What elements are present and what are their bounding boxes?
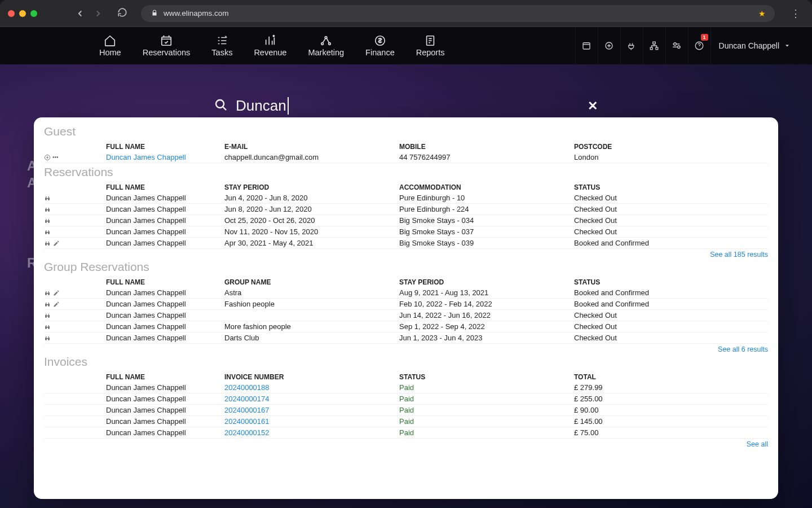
row-actions[interactable] (44, 194, 106, 202)
nav-revenue[interactable]: Revenue (250, 27, 290, 64)
svg-rect-11 (656, 47, 658, 50)
group-headers: FULL NAME GROUP NAME STAY PERIOD STATUS (44, 277, 768, 287)
nav-reservations[interactable]: Reservations (139, 27, 194, 64)
results-panel: Guest FULL NAME E-MAIL MOBILE POSTCODE •… (34, 117, 778, 499)
reservation-row[interactable]: Duncan James ChappellJun 4, 2020 - Jun 8… (44, 192, 768, 204)
invoices-headers: FULL NAME INVOICE NUMBER STATUS TOTAL (44, 371, 768, 382)
nav-marketing[interactable]: Marketing (304, 27, 347, 64)
group-row[interactable]: Duncan James ChappellDarts ClubJun 1, 20… (44, 332, 768, 344)
url-text: www.elinapms.com (164, 9, 229, 17)
back-button[interactable] (73, 7, 87, 20)
svg-rect-9 (653, 42, 656, 44)
home-icon (104, 34, 116, 47)
browser-chrome: www.elinapms.com ★ ⋮ (0, 0, 812, 27)
settings-icon-button[interactable] (665, 27, 688, 64)
search-row: Duncan ✕ (214, 97, 598, 115)
reservation-row[interactable]: Duncan James ChappellNov 11, 2020 - Nov … (44, 226, 768, 238)
guest-title: Guest (44, 125, 768, 138)
browser-menu-icon[interactable]: ⋮ (787, 7, 804, 20)
see-all-invoices[interactable]: See all (44, 439, 768, 449)
nav-home[interactable]: Home (96, 27, 125, 64)
invoice-row[interactable]: Duncan James Chappell20240000174Paid£ 25… (44, 393, 768, 405)
row-actions[interactable] (44, 322, 106, 331)
revenue-icon (264, 34, 276, 47)
svg-point-12 (674, 43, 677, 46)
svg-rect-7 (583, 43, 590, 49)
plug-icon-button[interactable] (620, 27, 643, 64)
row-actions[interactable] (44, 216, 106, 225)
user-menu[interactable]: Duncan Chappell (710, 27, 801, 64)
group-row[interactable]: Duncan James ChappellJun 14, 2022 - Jun … (44, 310, 768, 321)
svg-point-15 (216, 100, 224, 108)
row-actions[interactable] (44, 334, 106, 342)
marketing-icon (320, 34, 332, 47)
reload-button[interactable] (117, 7, 127, 20)
lock-icon (151, 10, 158, 17)
search-icon (214, 98, 228, 114)
svg-point-1 (273, 36, 275, 37)
svg-rect-10 (650, 47, 652, 50)
guest-headers: FULL NAME E-MAIL MOBILE POSTCODE (44, 141, 768, 152)
page-background: A Al R elinapms.com ♡ from Vestibule Mar… (0, 64, 812, 508)
row-actions[interactable] (44, 311, 106, 319)
invoice-link[interactable]: 20240000174 (224, 395, 399, 403)
forward-button[interactable] (91, 7, 105, 20)
reservation-row[interactable]: Duncan James ChappellOct 25, 2020 - Oct … (44, 215, 768, 226)
invoice-link[interactable]: 20240000152 (224, 428, 399, 437)
search-input[interactable]: Duncan (236, 97, 289, 115)
group-row[interactable]: Duncan James ChappellMore fashion people… (44, 321, 768, 332)
add-guest-icon[interactable]: ••• (44, 153, 106, 161)
sitemap-icon-button[interactable] (643, 27, 665, 64)
invoice-row[interactable]: Duncan James Chappell20240000161Paid£ 14… (44, 416, 768, 427)
invoices-title: Invoices (44, 355, 768, 369)
nav-tasks[interactable]: Tasks (208, 27, 236, 64)
traffic-lights (8, 10, 37, 17)
reservations-title: Reservations (44, 165, 768, 179)
minimize-window-icon[interactable] (19, 10, 26, 17)
guest-row[interactable]: •••Duncan James Chappellchappell.duncan@… (44, 152, 768, 163)
address-bar[interactable]: www.elinapms.com ★ (141, 5, 775, 22)
reservation-row[interactable]: Duncan James ChappellApr 30, 2021 - May … (44, 238, 768, 249)
group-row[interactable]: Duncan James ChappellFashion peopleFeb 1… (44, 299, 768, 310)
nav-finance[interactable]: Finance (362, 27, 398, 64)
guest-name-link[interactable]: Duncan James Chappell (106, 153, 224, 161)
maximize-window-icon[interactable] (30, 10, 37, 17)
bookmark-star-icon[interactable]: ★ (758, 9, 766, 18)
calendar-icon-button[interactable] (575, 27, 598, 64)
calendar-check-icon (160, 34, 173, 47)
invoice-link[interactable]: 20240000188 (224, 383, 399, 392)
nav-reports[interactable]: Reports (413, 27, 448, 64)
invoice-link[interactable]: 20240000161 (224, 417, 399, 426)
finance-icon (374, 34, 386, 47)
reservations-headers: FULL NAME STAY PERIOD ACCOMMODATION STAT… (44, 182, 768, 192)
close-icon[interactable]: ✕ (588, 99, 598, 113)
invoice-row[interactable]: Duncan James Chappell20240000188Paid£ 27… (44, 382, 768, 393)
notification-badge: 1 (701, 34, 708, 41)
reports-icon (424, 34, 436, 47)
row-actions[interactable] (44, 227, 106, 236)
see-all-reservations[interactable]: See all 185 results (44, 249, 768, 259)
invoice-row[interactable]: Duncan James Chappell20240000152Paid£ 75… (44, 427, 768, 439)
see-all-group[interactable]: See all 6 results (44, 344, 768, 354)
reservation-row[interactable]: Duncan James ChappellJun 8, 2020 - Jun 1… (44, 204, 768, 215)
svg-point-13 (678, 46, 681, 49)
app-nav: Home Reservations Tasks Revenue Marketin… (0, 27, 812, 64)
row-actions[interactable] (44, 239, 106, 247)
group-title: Group Reservations (44, 260, 768, 274)
row-actions[interactable] (44, 300, 106, 308)
invoice-link[interactable]: 20240000167 (224, 406, 399, 414)
tasks-icon (216, 34, 228, 47)
add-icon-button[interactable] (598, 27, 620, 64)
row-actions[interactable] (44, 205, 106, 213)
invoice-row[interactable]: Duncan James Chappell20240000167Paid£ 90… (44, 405, 768, 416)
group-row[interactable]: Duncan James ChappellAstraAug 9, 2021 - … (44, 287, 768, 299)
close-window-icon[interactable] (8, 10, 15, 17)
help-icon-button[interactable]: 1 (688, 27, 710, 64)
svg-rect-0 (162, 37, 171, 46)
user-name: Duncan Chappell (719, 41, 779, 50)
svg-point-2 (321, 43, 324, 45)
row-actions[interactable] (44, 288, 106, 297)
svg-point-4 (329, 43, 331, 45)
chevron-down-icon (784, 42, 791, 49)
